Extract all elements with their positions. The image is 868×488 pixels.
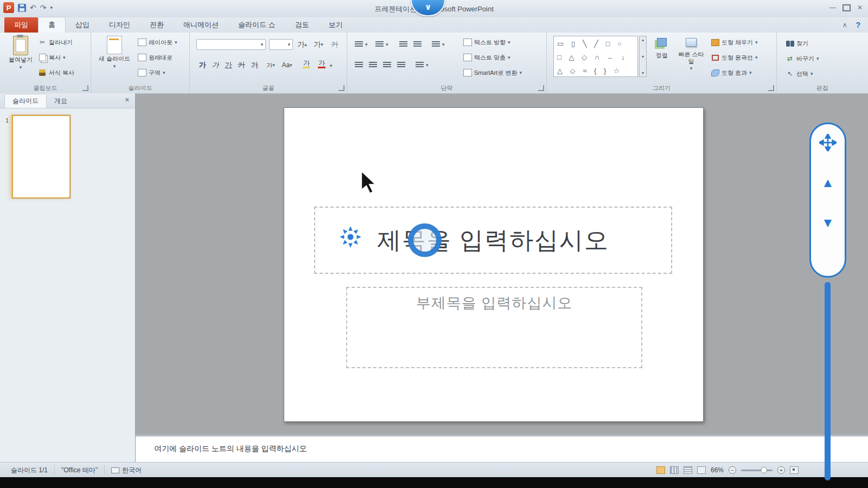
slide-sorter-view-button[interactable] xyxy=(670,466,679,474)
tab-view[interactable]: 보기 xyxy=(319,17,353,33)
close-pane-icon[interactable]: ✕ xyxy=(125,97,130,104)
convert-smartart-button[interactable]: SmartArt로 변환 ▾ xyxy=(463,67,522,78)
paragraph-dialog-launcher[interactable] xyxy=(538,85,544,91)
replace-button[interactable]: ⇄ 바꾸기 ▾ xyxy=(786,53,819,64)
minimize-button[interactable]: — xyxy=(829,4,836,11)
shapes-more-icon[interactable]: ▾ xyxy=(642,70,644,75)
tab-review[interactable]: 검토 xyxy=(285,17,319,33)
clear-formatting-button[interactable]: 가 xyxy=(329,39,341,50)
font-color-label: 가 xyxy=(318,60,325,66)
format-painter-button[interactable]: 서식 복사 xyxy=(38,67,74,78)
copy-button[interactable]: 복사 ▾ xyxy=(38,52,66,63)
slide-thumbnail[interactable] xyxy=(12,115,71,198)
drawing-dialog-launcher[interactable] xyxy=(768,85,774,91)
underline-button[interactable]: 가 xyxy=(222,60,234,70)
line-spacing-button[interactable]: ▾ xyxy=(432,39,445,50)
paste-button[interactable]: 붙여넣기 ▾ xyxy=(7,36,35,70)
shapes-row-3[interactable]: △ ◇ ≈ { } ☆ xyxy=(557,64,629,77)
bullets-button[interactable]: ▾ xyxy=(355,39,368,50)
shape-fill-label: 도형 채우기 xyxy=(722,38,753,47)
font-name-combobox[interactable]: ▾ xyxy=(196,39,266,50)
clipboard-dialog-launcher[interactable] xyxy=(82,85,88,91)
shape-fill-button[interactable]: 도형 채우기 ▾ xyxy=(711,37,758,48)
tab-transitions[interactable]: 전환 xyxy=(140,17,174,33)
bold-button[interactable]: 가 xyxy=(196,60,208,70)
theme-indicator[interactable]: "Office 테마" xyxy=(55,465,105,475)
find-button[interactable]: 찾기 xyxy=(786,38,808,49)
arrange-button[interactable]: 정렬 xyxy=(650,38,674,59)
highlight-color-button[interactable]: 가 xyxy=(301,60,312,68)
align-left-button[interactable] xyxy=(355,60,363,70)
tab-insert[interactable]: 삽입 xyxy=(66,17,99,33)
reset-button[interactable]: 원래대로 xyxy=(138,52,173,63)
character-spacing-button[interactable]: 가▾ xyxy=(265,60,277,70)
shrink-font-button[interactable]: 가▾ xyxy=(312,39,324,50)
tab-home[interactable]: 홈 xyxy=(38,17,66,33)
columns-button[interactable]: ▾ xyxy=(416,60,429,70)
section-button[interactable]: 구역 ▾ xyxy=(138,67,165,78)
shape-outline-button[interactable]: 도형 윤곽선 ▾ xyxy=(711,52,758,63)
subtitle-placeholder[interactable]: 부제목을 입력하십시오 xyxy=(346,287,642,368)
font-color-button[interactable]: 가 xyxy=(316,60,328,68)
normal-view-button[interactable] xyxy=(656,466,665,474)
slide-canvas[interactable]: 제목을 입력하십시오 부제목을 입력하십시오 xyxy=(284,107,704,422)
cut-button[interactable]: ✂ 잘라내기 xyxy=(38,37,73,48)
tab-slideshow[interactable]: 슬라이드 쇼 xyxy=(228,17,285,33)
font-dialog-launcher[interactable] xyxy=(339,85,344,91)
previous-slide-button[interactable]: ▲ xyxy=(821,176,834,189)
strikethrough-button[interactable]: 가 xyxy=(235,60,247,70)
decrease-indent-button[interactable] xyxy=(399,39,407,50)
slide-indicator-text: 슬라이드 1/1 xyxy=(11,466,48,475)
shapes-gallery[interactable]: ▭ ▯ ╲ ╱ □ ○ □ △ ◇ ∩ ← ↓ △ ◇ ≈ { } ☆ xyxy=(553,36,638,77)
new-slide-button[interactable]: 새 슬라이드 ▾ xyxy=(97,36,132,69)
tab-file[interactable]: 파일 xyxy=(4,17,38,33)
align-center-button[interactable] xyxy=(369,60,377,70)
grow-font-button[interactable]: 가▴ xyxy=(296,39,308,50)
increase-indent-button[interactable] xyxy=(413,39,422,50)
justify-button[interactable] xyxy=(397,60,405,70)
language-indicator[interactable]: 한국어 xyxy=(105,465,148,475)
help-icon[interactable]: ? xyxy=(856,21,860,29)
layout-dropdown-icon: ▾ xyxy=(175,40,177,45)
move-icon[interactable] xyxy=(819,134,837,153)
italic-button[interactable]: 가 xyxy=(209,60,221,70)
notes-placeholder-text: 여기에 슬라이드 노트의 내용을 입력하십시오 xyxy=(154,444,307,454)
shapes-row-1[interactable]: ▭ ▯ ╲ ╱ □ ○ xyxy=(557,37,629,50)
tab-animations[interactable]: 애니메이션 xyxy=(174,17,228,33)
next-slide-button[interactable]: ▼ xyxy=(821,216,834,229)
align-text-button[interactable]: 텍스트 맞춤 ▾ xyxy=(463,52,510,63)
notes-pane[interactable]: 여기에 슬라이드 노트의 내용을 입력하십시오 xyxy=(136,435,868,462)
slideshow-view-button[interactable] xyxy=(697,466,706,474)
shape-effects-button[interactable]: 도형 효과 ▾ xyxy=(711,67,752,78)
quick-styles-button[interactable]: 빠른 스타일 ▾ xyxy=(677,38,705,72)
reading-view-button[interactable] xyxy=(684,466,692,474)
zoom-slider[interactable] xyxy=(741,470,773,471)
zoom-level[interactable]: 66% xyxy=(711,466,724,474)
text-direction-button[interactable]: 텍스트 방향 ▾ xyxy=(463,37,510,48)
minimize-ribbon-icon[interactable]: ∧ xyxy=(843,21,847,29)
vertical-scrollbar-thumb[interactable] xyxy=(825,282,831,480)
zoom-slider-thumb[interactable] xyxy=(761,467,767,473)
numbering-button[interactable]: ▾ xyxy=(375,39,388,50)
line-spacing-icon xyxy=(432,41,440,48)
layout-button[interactable]: 레이아웃 ▾ xyxy=(138,37,177,48)
select-button[interactable]: ↖ 선택 ▾ xyxy=(786,68,813,79)
font-color-dropdown-icon[interactable]: ▾ xyxy=(330,63,333,68)
zoom-out-button[interactable]: − xyxy=(729,466,736,474)
fit-to-window-button[interactable] xyxy=(790,466,799,474)
editing-group-label: 편집 xyxy=(777,84,868,92)
tab-outline[interactable]: 개요 xyxy=(47,94,75,108)
change-case-button[interactable]: Aa▾ xyxy=(281,60,293,70)
shapes-scroll-up-icon[interactable]: ▴ xyxy=(642,37,644,42)
shapes-scroll-down-icon[interactable]: ▾ xyxy=(642,54,644,59)
title-placeholder[interactable]: 제목을 입력하십시오 xyxy=(314,207,672,274)
text-shadow-button[interactable]: 가 xyxy=(248,60,260,70)
font-size-combobox[interactable]: ▾ xyxy=(269,39,293,50)
zoom-in-button[interactable]: + xyxy=(777,466,785,474)
close-button[interactable]: ✕ xyxy=(857,4,863,11)
shapes-row-2[interactable]: □ △ ◇ ∩ ← ↓ xyxy=(557,50,629,64)
tab-slides-thumbnails[interactable]: 슬라이드 xyxy=(4,94,47,108)
align-right-button[interactable] xyxy=(383,60,391,70)
maximize-button[interactable] xyxy=(843,4,851,11)
tab-design[interactable]: 디자인 xyxy=(99,17,140,33)
